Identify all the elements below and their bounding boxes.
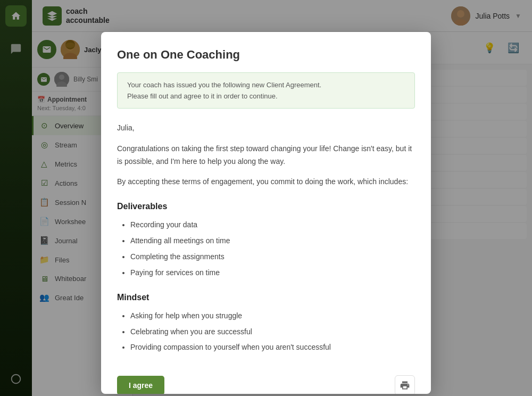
modal-overlay[interactable]: One on One Coaching Your coach has issue… bbox=[0, 0, 532, 396]
section2-list: Asking for help when you struggle Celebr… bbox=[117, 310, 415, 354]
print-button[interactable] bbox=[395, 375, 415, 394]
section2-title: Mindset bbox=[117, 290, 415, 304]
modal-body: Julia, Congratulations on taking the fir… bbox=[117, 122, 415, 354]
section1-title: Deliverables bbox=[117, 199, 415, 213]
client-agreement-modal: One on One Coaching Your coach has issue… bbox=[101, 32, 431, 394]
modal-footer: I agree bbox=[117, 367, 415, 394]
list-item: Providing compassion to yourself when yo… bbox=[130, 341, 415, 354]
notice-box: Your coach has issued you the following … bbox=[117, 72, 415, 109]
section1-list: Recording your data Attending all meetin… bbox=[117, 219, 415, 279]
notice-line2: Please fill out and agree to it in order… bbox=[127, 92, 405, 100]
list-item: Celebrating when you are successful bbox=[130, 326, 415, 339]
modal-title: One on One Coaching bbox=[117, 48, 415, 62]
modal-greeting: Julia, bbox=[117, 122, 415, 135]
list-item: Attending all meetings on time bbox=[130, 235, 415, 248]
list-item: Completing the assignments bbox=[130, 251, 415, 263]
list-item: Paying for services on time bbox=[130, 267, 415, 279]
modal-body-p1: Congratulations on taking the first step… bbox=[117, 143, 415, 168]
agree-button[interactable]: I agree bbox=[117, 376, 164, 394]
list-item: Recording your data bbox=[130, 219, 415, 232]
modal-body-p2: By accepting these terms of engagement, … bbox=[117, 176, 415, 188]
notice-line1: Your coach has issued you the following … bbox=[127, 81, 405, 89]
list-item: Asking for help when you struggle bbox=[130, 310, 415, 323]
